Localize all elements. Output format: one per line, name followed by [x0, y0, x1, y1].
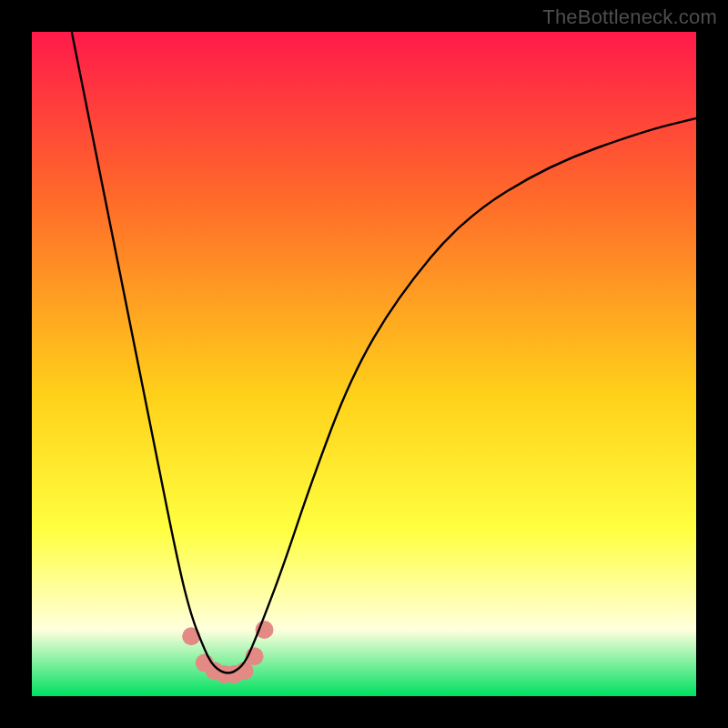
chart-frame: TheBottleneck.com	[0, 0, 728, 728]
bottleneck-curve	[32, 32, 696, 696]
watermark-text: TheBottleneck.com	[542, 5, 717, 29]
plot-area	[32, 32, 696, 696]
curve-path	[72, 32, 696, 672]
